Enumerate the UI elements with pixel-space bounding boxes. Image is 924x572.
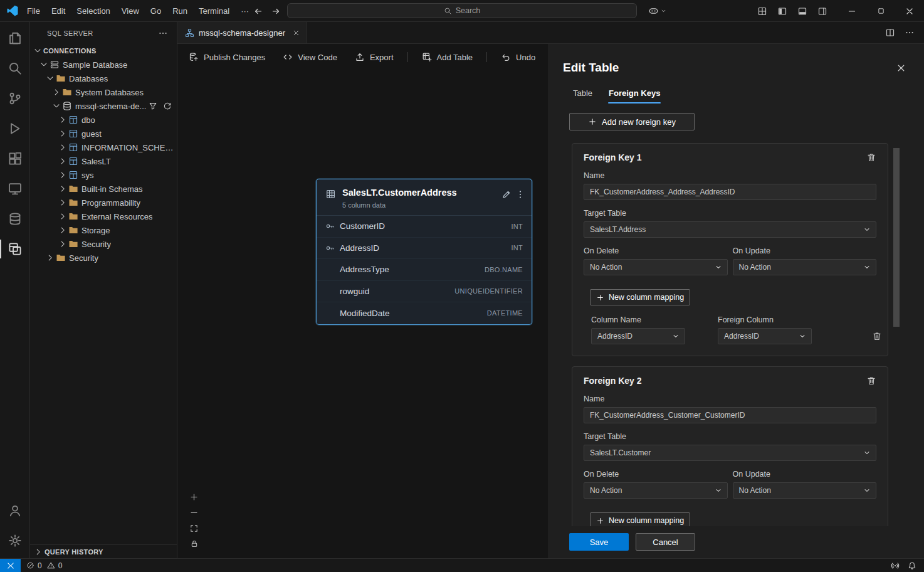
tree-item-built-in-schemas[interactable]: Built-in Schemas xyxy=(30,182,177,196)
tree-item-security[interactable]: Security xyxy=(30,237,177,251)
on-update-select[interactable]: No Action xyxy=(733,259,877,275)
delete-mapping-button[interactable] xyxy=(872,331,882,341)
toggle-secondary-sidebar-button[interactable] xyxy=(817,6,827,16)
menu-run[interactable]: Run xyxy=(167,4,193,18)
tree-item-security[interactable]: Security xyxy=(30,251,177,265)
menu-view[interactable]: View xyxy=(116,4,145,18)
new-column-mapping-button[interactable]: New column mapping xyxy=(590,512,690,526)
sidebar-more-actions-button[interactable] xyxy=(158,28,168,38)
connections-section-header[interactable]: CONNECTIONS xyxy=(30,44,177,58)
on-update-select[interactable]: No Action xyxy=(733,482,877,499)
activity-accounts[interactable] xyxy=(0,495,29,526)
on-delete-select[interactable]: No Action xyxy=(584,482,728,499)
column-name-select[interactable]: AddressID xyxy=(591,328,685,344)
tree-item-system-databases[interactable]: System Databases xyxy=(30,85,177,99)
menu-selection[interactable]: Selection xyxy=(71,4,115,18)
column-row-customerid[interactable]: CustomerIDINT xyxy=(317,216,532,238)
activity-remote-explorer[interactable] xyxy=(0,174,29,204)
menu-edit[interactable]: Edit xyxy=(46,4,71,18)
tree-item-programmability[interactable]: Programmability xyxy=(30,196,177,209)
menu-overflow[interactable]: ··· xyxy=(235,4,255,18)
minimize-button[interactable] xyxy=(837,0,866,22)
edit-table-button[interactable] xyxy=(501,189,512,199)
toggle-sidebar-button[interactable] xyxy=(777,6,787,16)
maximize-button[interactable] xyxy=(866,0,895,22)
filter-button[interactable] xyxy=(149,102,157,110)
foreign-key-name-input[interactable]: FK_CustomerAddress_Customer_CustomerID xyxy=(584,407,876,423)
publish-changes-button[interactable]: Publish Changes xyxy=(189,52,265,62)
activity-extensions[interactable] xyxy=(0,144,29,174)
tree-item-information-schema[interactable]: INFORMATION_SCHEMA xyxy=(30,140,177,154)
table-menu-button[interactable] xyxy=(515,189,525,199)
column-row-addresstype[interactable]: AddressTypeDBO.NAME xyxy=(317,259,532,281)
tree-item-sys[interactable]: sys xyxy=(30,168,177,182)
activity-database-projects[interactable] xyxy=(0,204,29,234)
designer-canvas[interactable]: Publish ChangesView CodeExportAdd TableU… xyxy=(177,44,548,558)
broadcast-button[interactable] xyxy=(891,561,900,570)
tree-item-saleslt[interactable]: SalesLT xyxy=(30,154,177,168)
close-panel-button[interactable] xyxy=(896,63,906,73)
toggle-panel-button[interactable] xyxy=(797,6,807,16)
add-table-button[interactable]: Add Table xyxy=(422,52,473,62)
more-actions-button[interactable] xyxy=(905,28,915,38)
tab-table[interactable]: Table xyxy=(567,85,599,103)
tree-item-databases[interactable]: Databases xyxy=(30,72,177,85)
delete-foreign-key-button[interactable] xyxy=(866,152,876,162)
save-button[interactable]: Save xyxy=(569,533,629,551)
target-table-select[interactable]: SalesLT.Address xyxy=(584,221,876,238)
view-code-button[interactable]: View Code xyxy=(283,52,337,62)
menu-terminal[interactable]: Terminal xyxy=(193,4,235,18)
refresh-button[interactable] xyxy=(163,102,172,110)
split-editor-button[interactable] xyxy=(885,28,895,38)
tree-item-guest[interactable]: guest xyxy=(30,127,177,140)
scrollbar-thumb[interactable] xyxy=(893,148,900,327)
new-column-mapping-button[interactable]: New column mapping xyxy=(590,289,690,305)
activity-explorer[interactable] xyxy=(0,23,29,53)
menu-file[interactable]: File xyxy=(21,4,46,18)
remote-indicator[interactable] xyxy=(0,559,21,572)
notifications-bell-button[interactable] xyxy=(908,561,916,570)
delete-foreign-key-button[interactable] xyxy=(866,376,876,386)
close-window-button[interactable] xyxy=(895,0,924,22)
export-button[interactable]: Export xyxy=(355,52,394,62)
lock-canvas-button[interactable] xyxy=(190,539,199,548)
forward-button[interactable] xyxy=(271,6,281,16)
tab-mssql-schema-designer[interactable]: mssql-schema-designer xyxy=(177,22,307,43)
back-button[interactable] xyxy=(253,6,263,16)
activity-source-control[interactable] xyxy=(0,83,29,114)
tab-foreign-keys[interactable]: Foreign Keys xyxy=(602,85,666,103)
activity-run-debug[interactable] xyxy=(0,114,29,144)
zoom-out-button[interactable] xyxy=(189,508,199,517)
menu-go[interactable]: Go xyxy=(145,4,167,18)
panel-scrollbar[interactable] xyxy=(893,148,900,526)
tree-item-mssql-schema-de[interactable]: mssql-schema-de... xyxy=(30,99,177,113)
search-icon xyxy=(8,61,23,76)
column-row-addressid[interactable]: AddressIDINT xyxy=(317,238,532,260)
foreign-column-select[interactable]: AddressID xyxy=(718,328,812,344)
chevron-down-sm-icon xyxy=(863,486,871,495)
activity-settings[interactable] xyxy=(0,526,29,556)
zoom-in-button[interactable] xyxy=(189,492,199,502)
tree-item-external-resources[interactable]: External Resources xyxy=(30,209,177,223)
problems-status[interactable]: 0 0 xyxy=(26,561,64,570)
copilot-button[interactable] xyxy=(648,0,667,22)
on-delete-select[interactable]: No Action xyxy=(584,259,728,275)
tree-item-dbo[interactable]: dbo xyxy=(30,113,177,127)
column-row-rowguid[interactable]: rowguidUNIQUEIDENTIFIER xyxy=(317,281,532,303)
activity-sql-server[interactable] xyxy=(0,234,29,264)
query-history-section[interactable]: QUERY HISTORY xyxy=(30,544,177,558)
column-row-modifieddate[interactable]: ModifiedDateDATETIME xyxy=(317,302,532,324)
undo-button[interactable]: Undo xyxy=(501,52,535,62)
target-table-select[interactable]: SalesLT.Customer xyxy=(584,445,876,461)
fit-view-button[interactable] xyxy=(189,524,199,533)
cancel-button[interactable]: Cancel xyxy=(636,533,695,551)
foreign-key-name-input[interactable]: FK_CustomerAddress_Address_AddressID xyxy=(584,184,876,200)
add-foreign-key-button[interactable]: Add new foreign key xyxy=(569,113,695,130)
activity-search[interactable] xyxy=(0,53,29,83)
table-node-customeraddress[interactable]: SalesLT.CustomerAddress 5 column data Cu… xyxy=(316,179,532,325)
customize-layout-button[interactable] xyxy=(757,6,767,16)
close-tab-button[interactable] xyxy=(292,29,300,37)
tree-item-sample-database[interactable]: Sample Database xyxy=(30,58,177,72)
command-center-search[interactable]: Search xyxy=(287,3,637,18)
tree-item-storage[interactable]: Storage xyxy=(30,223,177,237)
